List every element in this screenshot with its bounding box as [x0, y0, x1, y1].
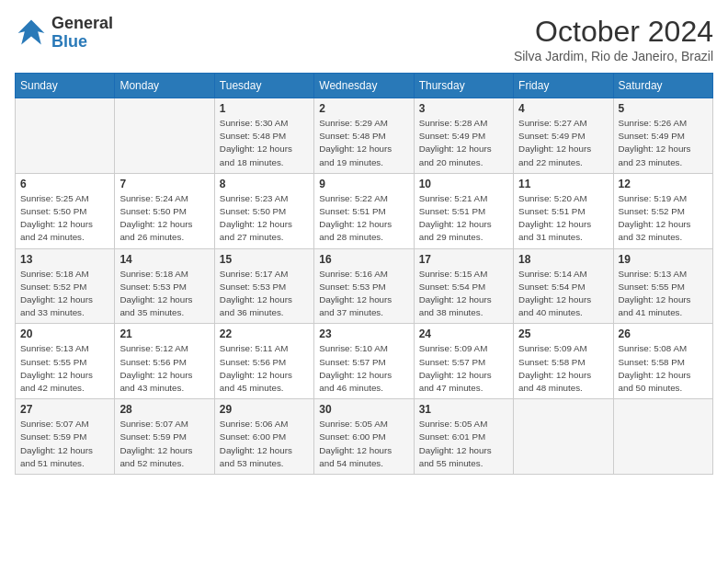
logo: General Blue [15, 15, 113, 52]
calendar-cell: 17Sunrise: 5:15 AM Sunset: 5:54 PM Dayli… [414, 248, 513, 324]
calendar-week-5: 27Sunrise: 5:07 AM Sunset: 5:59 PM Dayli… [16, 399, 713, 475]
calendar-cell: 21Sunrise: 5:12 AM Sunset: 5:56 PM Dayli… [115, 324, 214, 399]
svg-marker-0 [18, 19, 45, 44]
day-number: 7 [119, 178, 209, 190]
day-number: 21 [119, 327, 209, 340]
title-block: October 2024 Silva Jardim, Rio de Janeir… [514, 15, 713, 63]
calendar-body: 1Sunrise: 5:30 AM Sunset: 5:48 PM Daylig… [16, 98, 713, 475]
day-info: Sunrise: 5:13 AM Sunset: 5:55 PM Dayligh… [619, 268, 708, 320]
day-info: Sunrise: 5:11 AM Sunset: 5:56 PM Dayligh… [220, 342, 309, 395]
day-info: Sunrise: 5:12 AM Sunset: 5:56 PM Dayligh… [119, 342, 209, 395]
day-info: Sunrise: 5:18 AM Sunset: 5:53 PM Dayligh… [119, 268, 209, 320]
day-info: Sunrise: 5:09 AM Sunset: 5:58 PM Dayligh… [518, 342, 608, 395]
calendar-cell: 2Sunrise: 5:29 AM Sunset: 5:48 PM Daylig… [314, 98, 414, 174]
column-header-wednesday: Wednesday [314, 74, 414, 98]
calendar-cell: 7Sunrise: 5:24 AM Sunset: 5:50 PM Daylig… [115, 173, 214, 248]
calendar-cell: 27Sunrise: 5:07 AM Sunset: 5:59 PM Dayli… [16, 399, 115, 475]
calendar-cell: 5Sunrise: 5:26 AM Sunset: 5:49 PM Daylig… [613, 98, 712, 174]
day-number: 15 [220, 253, 309, 266]
day-info: Sunrise: 5:14 AM Sunset: 5:54 PM Dayligh… [518, 268, 608, 320]
day-info: Sunrise: 5:07 AM Sunset: 5:59 PM Dayligh… [20, 418, 109, 470]
location: Silva Jardim, Rio de Janeiro, Brazil [514, 49, 713, 63]
logo-text: General Blue [51, 15, 113, 52]
day-number: 30 [319, 403, 408, 416]
day-number: 17 [419, 253, 508, 266]
day-number: 23 [319, 327, 408, 340]
day-number: 3 [419, 102, 508, 115]
calendar-cell: 3Sunrise: 5:28 AM Sunset: 5:49 PM Daylig… [414, 98, 513, 174]
day-info: Sunrise: 5:08 AM Sunset: 5:58 PM Dayligh… [619, 342, 708, 395]
calendar-cell: 12Sunrise: 5:19 AM Sunset: 5:52 PM Dayli… [613, 173, 712, 248]
day-info: Sunrise: 5:17 AM Sunset: 5:53 PM Dayligh… [220, 268, 309, 320]
column-header-saturday: Saturday [613, 74, 712, 98]
calendar-cell: 16Sunrise: 5:16 AM Sunset: 5:53 PM Dayli… [314, 248, 414, 324]
calendar-cell: 11Sunrise: 5:20 AM Sunset: 5:51 PM Dayli… [514, 173, 613, 248]
day-number: 25 [518, 327, 608, 340]
calendar-cell [613, 399, 712, 475]
day-info: Sunrise: 5:20 AM Sunset: 5:51 PM Dayligh… [518, 192, 608, 245]
calendar-cell: 14Sunrise: 5:18 AM Sunset: 5:53 PM Dayli… [115, 248, 214, 324]
calendar-cell: 9Sunrise: 5:22 AM Sunset: 5:51 PM Daylig… [314, 173, 414, 248]
day-number: 10 [419, 178, 508, 190]
day-info: Sunrise: 5:22 AM Sunset: 5:51 PM Dayligh… [319, 192, 408, 245]
calendar-header-row: SundayMondayTuesdayWednesdayThursdayFrid… [16, 74, 713, 98]
day-number: 2 [319, 102, 408, 115]
day-number: 19 [619, 253, 708, 266]
calendar-week-3: 13Sunrise: 5:18 AM Sunset: 5:52 PM Dayli… [16, 248, 713, 324]
calendar-cell: 1Sunrise: 5:30 AM Sunset: 5:48 PM Daylig… [214, 98, 313, 174]
calendar-cell: 26Sunrise: 5:08 AM Sunset: 5:58 PM Dayli… [613, 324, 712, 399]
day-info: Sunrise: 5:29 AM Sunset: 5:48 PM Dayligh… [319, 117, 408, 169]
calendar-cell: 8Sunrise: 5:23 AM Sunset: 5:50 PM Daylig… [214, 173, 313, 248]
calendar-cell: 20Sunrise: 5:13 AM Sunset: 5:55 PM Dayli… [16, 324, 115, 399]
calendar-cell: 4Sunrise: 5:27 AM Sunset: 5:49 PM Daylig… [514, 98, 613, 174]
calendar-cell: 15Sunrise: 5:17 AM Sunset: 5:53 PM Dayli… [214, 248, 313, 324]
day-number: 18 [518, 253, 608, 266]
day-number: 6 [20, 178, 109, 190]
day-info: Sunrise: 5:19 AM Sunset: 5:52 PM Dayligh… [619, 192, 708, 245]
calendar-week-4: 20Sunrise: 5:13 AM Sunset: 5:55 PM Dayli… [16, 324, 713, 399]
calendar-cell: 24Sunrise: 5:09 AM Sunset: 5:57 PM Dayli… [414, 324, 513, 399]
day-info: Sunrise: 5:30 AM Sunset: 5:48 PM Dayligh… [220, 117, 309, 169]
column-header-tuesday: Tuesday [214, 74, 313, 98]
day-number: 13 [20, 253, 109, 266]
logo-icon [15, 17, 48, 50]
calendar-cell: 25Sunrise: 5:09 AM Sunset: 5:58 PM Dayli… [514, 324, 613, 399]
calendar-cell: 18Sunrise: 5:14 AM Sunset: 5:54 PM Dayli… [514, 248, 613, 324]
day-number: 1 [220, 102, 309, 115]
calendar-cell: 30Sunrise: 5:05 AM Sunset: 6:00 PM Dayli… [314, 399, 414, 475]
day-info: Sunrise: 5:26 AM Sunset: 5:49 PM Dayligh… [619, 117, 708, 169]
day-number: 8 [220, 178, 309, 190]
column-header-monday: Monday [115, 74, 214, 98]
day-info: Sunrise: 5:06 AM Sunset: 6:00 PM Dayligh… [220, 418, 309, 470]
day-number: 22 [220, 327, 309, 340]
day-info: Sunrise: 5:13 AM Sunset: 5:55 PM Dayligh… [20, 342, 109, 395]
day-number: 14 [119, 253, 209, 266]
day-info: Sunrise: 5:07 AM Sunset: 5:59 PM Dayligh… [119, 418, 209, 470]
day-number: 16 [319, 253, 408, 266]
month-title: October 2024 [514, 15, 713, 49]
day-number: 29 [220, 403, 309, 416]
calendar-week-1: 1Sunrise: 5:30 AM Sunset: 5:48 PM Daylig… [16, 98, 713, 174]
day-info: Sunrise: 5:23 AM Sunset: 5:50 PM Dayligh… [220, 192, 309, 245]
column-header-sunday: Sunday [16, 74, 115, 98]
calendar-cell: 10Sunrise: 5:21 AM Sunset: 5:51 PM Dayli… [414, 173, 513, 248]
calendar-cell: 6Sunrise: 5:25 AM Sunset: 5:50 PM Daylig… [16, 173, 115, 248]
day-number: 11 [518, 178, 608, 190]
calendar-cell: 23Sunrise: 5:10 AM Sunset: 5:57 PM Dayli… [314, 324, 414, 399]
day-number: 4 [518, 102, 608, 115]
day-info: Sunrise: 5:24 AM Sunset: 5:50 PM Dayligh… [119, 192, 209, 245]
page-header: General Blue October 2024 Silva Jardim, … [15, 15, 713, 63]
day-number: 26 [619, 327, 708, 340]
day-info: Sunrise: 5:21 AM Sunset: 5:51 PM Dayligh… [419, 192, 508, 245]
calendar-cell: 13Sunrise: 5:18 AM Sunset: 5:52 PM Dayli… [16, 248, 115, 324]
calendar-cell [514, 399, 613, 475]
calendar-table: SundayMondayTuesdayWednesdayThursdayFrid… [15, 73, 713, 475]
calendar-cell [16, 98, 115, 174]
day-info: Sunrise: 5:09 AM Sunset: 5:57 PM Dayligh… [419, 342, 508, 395]
calendar-cell: 28Sunrise: 5:07 AM Sunset: 5:59 PM Dayli… [115, 399, 214, 475]
day-info: Sunrise: 5:27 AM Sunset: 5:49 PM Dayligh… [518, 117, 608, 169]
column-header-friday: Friday [514, 74, 613, 98]
calendar-cell: 29Sunrise: 5:06 AM Sunset: 6:00 PM Dayli… [214, 399, 313, 475]
day-info: Sunrise: 5:05 AM Sunset: 6:00 PM Dayligh… [319, 418, 408, 470]
day-info: Sunrise: 5:25 AM Sunset: 5:50 PM Dayligh… [20, 192, 109, 245]
